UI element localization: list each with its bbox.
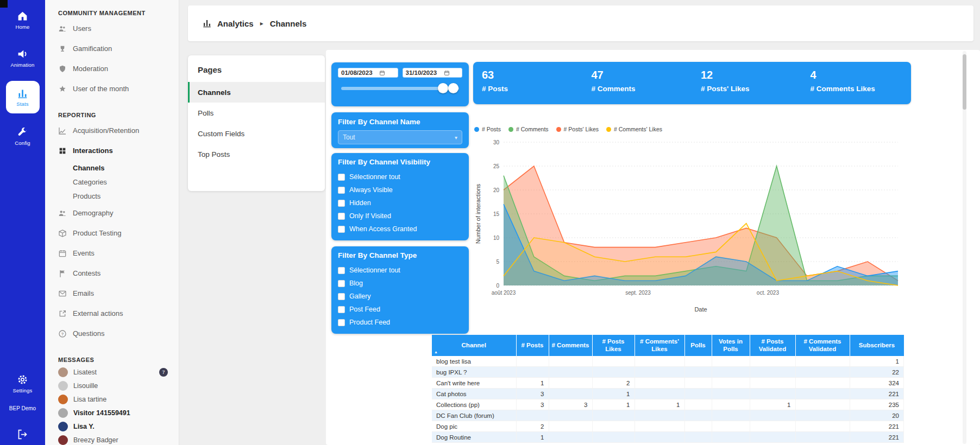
visibility-option-checkbox[interactable]	[338, 174, 345, 181]
message-item-lisa-y[interactable]: Lisa Y.	[45, 419, 179, 433]
pages-item-polls[interactable]: Polls	[188, 103, 325, 123]
sidebar-subitem-categories[interactable]: Categories	[45, 175, 179, 189]
sidebar-item-emails[interactable]: Emails	[45, 283, 179, 303]
message-item-lisa-tartine[interactable]: Lisa tartine	[45, 392, 179, 406]
type-option-checkbox[interactable]	[338, 306, 345, 313]
column-header-posts-likes[interactable]: # Posts Likes	[592, 335, 635, 356]
sidebar-item-questions[interactable]: Questions	[45, 323, 179, 344]
column-header-comments[interactable]: # Comments	[549, 335, 592, 356]
message-item-breezy-badger[interactable]: Breezy Badger	[45, 433, 179, 445]
vertical-scrollbar[interactable]	[963, 51, 966, 444]
type-option-checkbox[interactable]	[338, 319, 345, 326]
checkbox-label: Product Feed	[349, 319, 390, 326]
sidebar-item-events[interactable]: Events	[45, 243, 179, 263]
sidebar-item-external-actions[interactable]: External actions	[45, 303, 179, 323]
message-item-lisouille[interactable]: Lisouille	[45, 379, 179, 392]
message-item-visitor[interactable]: Visitor 141559491	[45, 406, 179, 419]
table-row[interactable]: Cat photos31221	[432, 389, 904, 399]
sidebar-item-users[interactable]: Users	[45, 18, 179, 39]
column-header-polls[interactable]: Polls	[684, 335, 712, 356]
checkbox-label: When Access Granted	[349, 225, 417, 233]
column-header-channel[interactable]: Channel▲	[432, 335, 516, 356]
external-link-icon	[58, 309, 67, 318]
slider-handle-end[interactable]	[448, 83, 458, 93]
table-row[interactable]: Dog pic2221	[432, 421, 904, 432]
pages-item-channels[interactable]: Channels	[188, 82, 325, 103]
column-header-posts-validated[interactable]: # Posts Validated	[750, 335, 795, 356]
pages-item-top-posts[interactable]: Top Posts	[188, 144, 325, 164]
type-option-post-feed[interactable]: Post Feed	[338, 303, 462, 316]
visibility-option-checkbox[interactable]	[338, 187, 345, 194]
pages-panel-title: Pages	[188, 59, 325, 82]
rail-item-settings[interactable]: Settings	[9, 370, 36, 398]
column-header-posts[interactable]: # Posts	[516, 335, 549, 356]
type-option-select-all[interactable]: Sélectionner tout	[338, 264, 462, 277]
sidebar-item-interactions[interactable]: Interactions	[45, 141, 179, 161]
date-end-input[interactable]	[406, 69, 442, 76]
date-range-filter	[331, 62, 469, 106]
sidebar-item-label: Moderation	[73, 65, 108, 73]
metric-cell	[684, 378, 712, 389]
sidebar-subitem-channels[interactable]: Channels	[45, 161, 179, 175]
type-option-checkbox[interactable]	[338, 293, 345, 300]
column-header-comments-validated[interactable]: # Comments Validated	[795, 335, 850, 356]
sidebar-item-demography[interactable]: Demography	[45, 203, 179, 223]
breadcrumb-section[interactable]: Analytics	[217, 19, 254, 28]
table-row[interactable]: blog test lisa1	[432, 356, 904, 367]
kpi-label: # Comments	[592, 85, 693, 93]
channel-name-select[interactable]: Tout ▾	[338, 130, 462, 144]
legend-item-comments[interactable]: # Comments	[508, 126, 549, 132]
legend-item-posts[interactable]: # Posts	[474, 126, 501, 132]
column-header-subscribers[interactable]: Subscribers	[850, 335, 904, 356]
visibility-option-hidden[interactable]: Hidden	[338, 196, 462, 209]
logout-button[interactable]	[9, 423, 36, 445]
table-row[interactable]: Dog Routine1221	[432, 432, 904, 443]
visibility-option-when-access-granted[interactable]: When Access Granted	[338, 223, 462, 236]
sidebar-item-contests[interactable]: Contests	[45, 263, 179, 283]
rail-item-config[interactable]: Config	[0, 118, 45, 154]
table-row[interactable]: bug IPXL ?22	[432, 367, 904, 378]
interactions-chart: 051015202530août 2023sept. 2023oct. 2023…	[473, 135, 908, 315]
rail-item-stats[interactable]: Stats	[0, 78, 45, 116]
sidebar-subitem-products[interactable]: Products	[45, 189, 179, 203]
visibility-option-only-if-visited[interactable]: Only If Visited	[338, 209, 462, 223]
channel-type-filter: Filter By Channel Type Sélectionner tout…	[331, 246, 469, 334]
type-option-blog[interactable]: Blog	[338, 277, 462, 290]
visibility-option-checkbox[interactable]	[338, 226, 345, 233]
type-option-product-feed[interactable]: Product Feed	[338, 316, 462, 329]
sidebar-item-moderation[interactable]: Moderation	[45, 59, 179, 79]
slider-handle-start[interactable]	[438, 83, 448, 93]
visibility-option-select-all[interactable]: Sélectionner tout	[338, 170, 462, 183]
message-item-lisatest[interactable]: Lisatest 7	[45, 365, 179, 379]
kpi-value: 47	[592, 69, 693, 81]
type-option-gallery[interactable]: Gallery	[338, 290, 462, 303]
column-header-votes-in-polls[interactable]: Votes in Polls	[712, 335, 750, 356]
scrollbar-thumb[interactable]	[963, 54, 966, 110]
metric-cell	[795, 367, 850, 378]
pages-item-custom-fields[interactable]: Custom Fields	[188, 123, 325, 144]
svg-text:Date: Date	[694, 306, 707, 313]
column-header-comments-likes[interactable]: # Comments' Likes	[635, 335, 684, 356]
type-option-checkbox[interactable]	[338, 280, 345, 287]
table-row[interactable]: Can't write here12324	[432, 378, 904, 389]
visibility-option-checkbox[interactable]	[338, 200, 345, 207]
checkbox-label: Always Visible	[349, 186, 393, 194]
sidebar-item-label: User of the month	[73, 85, 129, 93]
metric-cell	[684, 399, 712, 410]
metric-cell	[635, 389, 684, 399]
date-start-input[interactable]	[341, 69, 377, 76]
type-option-checkbox[interactable]	[338, 267, 345, 274]
table-row[interactable]: DC Fan Club (forum)20	[432, 410, 904, 421]
visibility-option-checkbox[interactable]	[338, 213, 345, 220]
legend-item-posts-likes[interactable]: # Posts' Likes	[556, 126, 599, 132]
visibility-option-always-visible[interactable]: Always Visible	[338, 183, 462, 196]
sidebar-item-user-of-the-month[interactable]: User of the month	[45, 79, 179, 99]
rail-item-animation[interactable]: Animation	[0, 40, 45, 76]
metric-cell	[712, 421, 750, 432]
sidebar-item-gamification[interactable]: Gamification	[45, 39, 179, 59]
table-row[interactable]: Collections (pp)33111235	[432, 399, 904, 410]
sidebar-item-acquisition-retention[interactable]: Acquisition/Retention	[45, 120, 179, 141]
sidebar-item-product-testing[interactable]: Product Testing	[45, 223, 179, 243]
legend-item-comments-likes[interactable]: # Comments' Likes	[606, 126, 662, 132]
flag-icon	[58, 269, 67, 278]
